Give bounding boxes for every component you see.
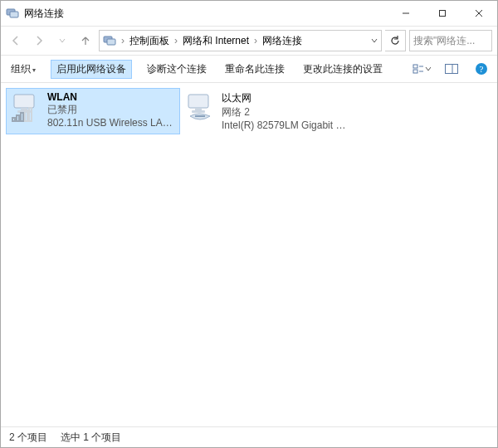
chevron-right-icon: ›: [174, 35, 178, 46]
breadcrumb-item[interactable]: 网络和 Internet: [183, 34, 249, 48]
address-bar: › 控制面板 › 网络和 Internet › 网络连接 搜索"网络连...: [1, 26, 497, 56]
svg-rect-1: [10, 12, 18, 17]
svg-rect-26: [192, 110, 205, 113]
svg-rect-7: [107, 39, 115, 45]
help-button[interactable]: ?: [472, 60, 491, 78]
svg-rect-23: [29, 108, 32, 121]
refresh-button[interactable]: [385, 30, 406, 51]
diagnose-button[interactable]: 诊断这个连接: [144, 61, 210, 78]
toolbar: 组织 启用此网络设备 诊断这个连接 重命名此连接 更改此连接的设置 ?: [1, 56, 497, 83]
ethernet-adapter-icon: [183, 91, 217, 124]
status-count: 2 个项目: [9, 431, 47, 445]
chevron-right-icon: ›: [254, 35, 257, 46]
adapter-name: WLAN: [47, 91, 177, 103]
adapter-name: 以太网: [222, 91, 351, 105]
adapter-device: Intel(R) 82579LM Gigabit Netw...: [222, 119, 351, 131]
svg-rect-19: [12, 118, 15, 121]
adapter-device: 802.11n USB Wireless LAN Card: [47, 117, 177, 129]
titlebar: 网络连接: [1, 1, 497, 26]
rename-button[interactable]: 重命名此连接: [222, 61, 288, 78]
window: 网络连接 › 控制面板 › 网络和 Internet › 网络连接 搜索"网络连…: [0, 0, 498, 448]
status-selection: 选中 1 个项目: [61, 431, 121, 445]
maximize-button[interactable]: [424, 1, 461, 26]
search-input[interactable]: 搜索"网络连...: [409, 30, 492, 51]
adapter-status: 网络 2: [222, 105, 351, 119]
breadcrumb-item[interactable]: 控制面板: [129, 34, 169, 48]
svg-rect-9: [413, 70, 417, 73]
wifi-adapter-icon: [9, 91, 42, 124]
svg-rect-20: [17, 115, 19, 121]
breadcrumb[interactable]: › 控制面板 › 网络和 Internet › 网络连接: [99, 30, 382, 51]
svg-rect-3: [440, 11, 446, 17]
view-options-button[interactable]: [413, 60, 431, 78]
network-connections-icon: [6, 7, 19, 20]
svg-rect-24: [188, 95, 208, 108]
preview-pane-button[interactable]: [442, 60, 461, 78]
adapter-list: WLAN 已禁用 802.11n USB Wireless LAN Card 以…: [1, 83, 497, 426]
recent-locations-button[interactable]: [52, 31, 72, 51]
chevron-right-icon: ›: [121, 35, 124, 46]
svg-rect-21: [21, 113, 23, 121]
up-button[interactable]: [76, 31, 95, 51]
window-title: 网络连接: [24, 7, 64, 21]
breadcrumb-item[interactable]: 网络连接: [262, 34, 302, 48]
svg-rect-8: [413, 65, 417, 68]
svg-rect-16: [14, 95, 34, 108]
breadcrumb-dropdown[interactable]: [371, 37, 378, 44]
enable-device-button[interactable]: 启用此网络设备: [51, 60, 132, 79]
statusbar: 2 个项目 选中 1 个项目: [1, 426, 497, 447]
svg-rect-25: [195, 108, 202, 110]
minimize-button[interactable]: [388, 1, 424, 26]
adapter-item-wlan[interactable]: WLAN 已禁用 802.11n USB Wireless LAN Card: [6, 88, 180, 134]
adapter-item-ethernet[interactable]: 以太网 网络 2 Intel(R) 82579LM Gigabit Netw..…: [180, 88, 354, 134]
close-button[interactable]: [461, 1, 497, 26]
svg-rect-12: [446, 65, 458, 74]
change-settings-button[interactable]: 更改此连接的设置: [300, 61, 386, 78]
svg-text:?: ?: [480, 64, 484, 74]
network-connections-icon: [103, 34, 116, 47]
forward-button[interactable]: [29, 31, 49, 51]
adapter-status: 已禁用: [47, 103, 177, 117]
back-button[interactable]: [6, 31, 26, 51]
organize-button[interactable]: 组织: [7, 61, 39, 78]
